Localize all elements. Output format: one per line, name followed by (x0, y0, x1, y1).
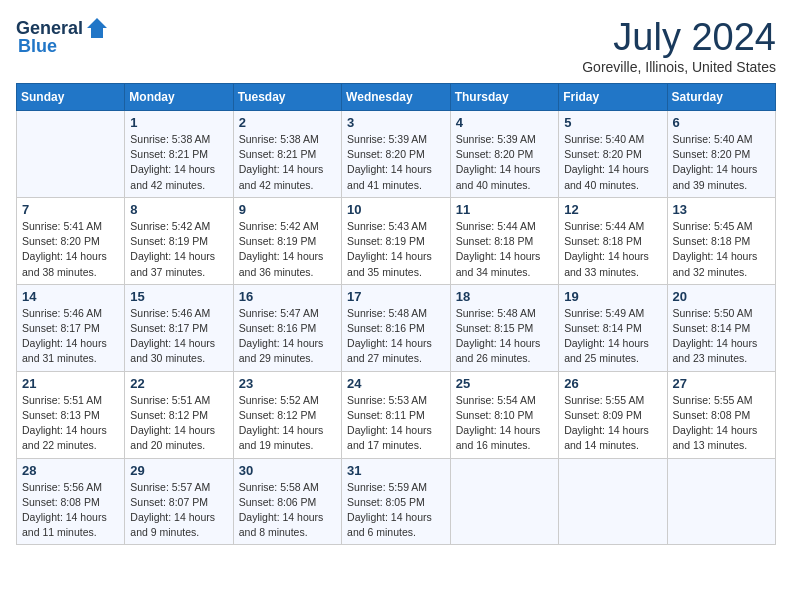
day-number: 3 (347, 115, 445, 130)
logo-icon (85, 16, 109, 40)
day-number: 16 (239, 289, 336, 304)
day-info: Sunrise: 5:51 AMSunset: 8:12 PMDaylight:… (130, 393, 227, 454)
calendar-cell: 29Sunrise: 5:57 AMSunset: 8:07 PMDayligh… (125, 458, 233, 545)
day-number: 15 (130, 289, 227, 304)
day-info: Sunrise: 5:51 AMSunset: 8:13 PMDaylight:… (22, 393, 119, 454)
calendar-header-row: SundayMondayTuesdayWednesdayThursdayFrid… (17, 84, 776, 111)
day-info: Sunrise: 5:48 AMSunset: 8:16 PMDaylight:… (347, 306, 445, 367)
calendar-cell: 4Sunrise: 5:39 AMSunset: 8:20 PMDaylight… (450, 111, 558, 198)
day-info: Sunrise: 5:38 AMSunset: 8:21 PMDaylight:… (239, 132, 336, 193)
calendar-week-row: 14Sunrise: 5:46 AMSunset: 8:17 PMDayligh… (17, 284, 776, 371)
calendar-cell: 24Sunrise: 5:53 AMSunset: 8:11 PMDayligh… (342, 371, 451, 458)
calendar-cell: 1Sunrise: 5:38 AMSunset: 8:21 PMDaylight… (125, 111, 233, 198)
day-number: 19 (564, 289, 661, 304)
day-of-week-header: Wednesday (342, 84, 451, 111)
calendar-cell: 11Sunrise: 5:44 AMSunset: 8:18 PMDayligh… (450, 197, 558, 284)
day-of-week-header: Sunday (17, 84, 125, 111)
day-number: 2 (239, 115, 336, 130)
calendar-cell: 14Sunrise: 5:46 AMSunset: 8:17 PMDayligh… (17, 284, 125, 371)
day-info: Sunrise: 5:45 AMSunset: 8:18 PMDaylight:… (673, 219, 770, 280)
calendar-cell: 13Sunrise: 5:45 AMSunset: 8:18 PMDayligh… (667, 197, 775, 284)
calendar-cell: 5Sunrise: 5:40 AMSunset: 8:20 PMDaylight… (559, 111, 667, 198)
day-number: 4 (456, 115, 553, 130)
day-number: 27 (673, 376, 770, 391)
calendar-cell: 26Sunrise: 5:55 AMSunset: 8:09 PMDayligh… (559, 371, 667, 458)
logo-blue-text: Blue (18, 36, 57, 57)
day-of-week-header: Tuesday (233, 84, 341, 111)
day-number: 18 (456, 289, 553, 304)
day-of-week-header: Monday (125, 84, 233, 111)
calendar-cell (667, 458, 775, 545)
day-number: 12 (564, 202, 661, 217)
calendar-cell: 28Sunrise: 5:56 AMSunset: 8:08 PMDayligh… (17, 458, 125, 545)
calendar-cell: 10Sunrise: 5:43 AMSunset: 8:19 PMDayligh… (342, 197, 451, 284)
day-number: 6 (673, 115, 770, 130)
calendar-cell (559, 458, 667, 545)
day-of-week-header: Friday (559, 84, 667, 111)
calendar-cell: 21Sunrise: 5:51 AMSunset: 8:13 PMDayligh… (17, 371, 125, 458)
day-info: Sunrise: 5:42 AMSunset: 8:19 PMDaylight:… (130, 219, 227, 280)
day-number: 24 (347, 376, 445, 391)
day-number: 9 (239, 202, 336, 217)
calendar-cell: 9Sunrise: 5:42 AMSunset: 8:19 PMDaylight… (233, 197, 341, 284)
day-info: Sunrise: 5:56 AMSunset: 8:08 PMDaylight:… (22, 480, 119, 541)
day-info: Sunrise: 5:59 AMSunset: 8:05 PMDaylight:… (347, 480, 445, 541)
calendar-cell: 8Sunrise: 5:42 AMSunset: 8:19 PMDaylight… (125, 197, 233, 284)
day-info: Sunrise: 5:52 AMSunset: 8:12 PMDaylight:… (239, 393, 336, 454)
day-number: 28 (22, 463, 119, 478)
day-info: Sunrise: 5:39 AMSunset: 8:20 PMDaylight:… (347, 132, 445, 193)
day-number: 17 (347, 289, 445, 304)
title-block: July 2024 Goreville, Illinois, United St… (582, 16, 776, 75)
day-info: Sunrise: 5:40 AMSunset: 8:20 PMDaylight:… (564, 132, 661, 193)
calendar-cell: 2Sunrise: 5:38 AMSunset: 8:21 PMDaylight… (233, 111, 341, 198)
day-info: Sunrise: 5:55 AMSunset: 8:08 PMDaylight:… (673, 393, 770, 454)
calendar-cell: 22Sunrise: 5:51 AMSunset: 8:12 PMDayligh… (125, 371, 233, 458)
day-info: Sunrise: 5:46 AMSunset: 8:17 PMDaylight:… (22, 306, 119, 367)
day-info: Sunrise: 5:58 AMSunset: 8:06 PMDaylight:… (239, 480, 336, 541)
day-number: 11 (456, 202, 553, 217)
calendar-week-row: 21Sunrise: 5:51 AMSunset: 8:13 PMDayligh… (17, 371, 776, 458)
day-number: 23 (239, 376, 336, 391)
day-info: Sunrise: 5:40 AMSunset: 8:20 PMDaylight:… (673, 132, 770, 193)
calendar-cell: 15Sunrise: 5:46 AMSunset: 8:17 PMDayligh… (125, 284, 233, 371)
month-title: July 2024 (582, 16, 776, 59)
calendar-cell: 30Sunrise: 5:58 AMSunset: 8:06 PMDayligh… (233, 458, 341, 545)
calendar-cell: 17Sunrise: 5:48 AMSunset: 8:16 PMDayligh… (342, 284, 451, 371)
calendar-week-row: 1Sunrise: 5:38 AMSunset: 8:21 PMDaylight… (17, 111, 776, 198)
day-of-week-header: Thursday (450, 84, 558, 111)
svg-marker-0 (87, 18, 107, 38)
day-info: Sunrise: 5:44 AMSunset: 8:18 PMDaylight:… (564, 219, 661, 280)
calendar-cell (17, 111, 125, 198)
calendar-cell: 6Sunrise: 5:40 AMSunset: 8:20 PMDaylight… (667, 111, 775, 198)
day-info: Sunrise: 5:46 AMSunset: 8:17 PMDaylight:… (130, 306, 227, 367)
day-number: 22 (130, 376, 227, 391)
day-number: 26 (564, 376, 661, 391)
day-info: Sunrise: 5:57 AMSunset: 8:07 PMDaylight:… (130, 480, 227, 541)
calendar-cell: 19Sunrise: 5:49 AMSunset: 8:14 PMDayligh… (559, 284, 667, 371)
day-info: Sunrise: 5:44 AMSunset: 8:18 PMDaylight:… (456, 219, 553, 280)
day-info: Sunrise: 5:38 AMSunset: 8:21 PMDaylight:… (130, 132, 227, 193)
day-number: 21 (22, 376, 119, 391)
day-number: 31 (347, 463, 445, 478)
calendar-table: SundayMondayTuesdayWednesdayThursdayFrid… (16, 83, 776, 545)
calendar-cell: 25Sunrise: 5:54 AMSunset: 8:10 PMDayligh… (450, 371, 558, 458)
day-info: Sunrise: 5:50 AMSunset: 8:14 PMDaylight:… (673, 306, 770, 367)
calendar-cell: 31Sunrise: 5:59 AMSunset: 8:05 PMDayligh… (342, 458, 451, 545)
calendar-cell: 7Sunrise: 5:41 AMSunset: 8:20 PMDaylight… (17, 197, 125, 284)
day-number: 7 (22, 202, 119, 217)
day-info: Sunrise: 5:54 AMSunset: 8:10 PMDaylight:… (456, 393, 553, 454)
day-number: 1 (130, 115, 227, 130)
logo: General Blue (16, 16, 109, 57)
page-header: General Blue July 2024 Goreville, Illino… (16, 16, 776, 75)
day-number: 10 (347, 202, 445, 217)
day-info: Sunrise: 5:39 AMSunset: 8:20 PMDaylight:… (456, 132, 553, 193)
day-info: Sunrise: 5:49 AMSunset: 8:14 PMDaylight:… (564, 306, 661, 367)
day-info: Sunrise: 5:48 AMSunset: 8:15 PMDaylight:… (456, 306, 553, 367)
day-number: 29 (130, 463, 227, 478)
day-number: 13 (673, 202, 770, 217)
day-info: Sunrise: 5:43 AMSunset: 8:19 PMDaylight:… (347, 219, 445, 280)
day-info: Sunrise: 5:42 AMSunset: 8:19 PMDaylight:… (239, 219, 336, 280)
day-info: Sunrise: 5:41 AMSunset: 8:20 PMDaylight:… (22, 219, 119, 280)
calendar-week-row: 7Sunrise: 5:41 AMSunset: 8:20 PMDaylight… (17, 197, 776, 284)
day-info: Sunrise: 5:47 AMSunset: 8:16 PMDaylight:… (239, 306, 336, 367)
